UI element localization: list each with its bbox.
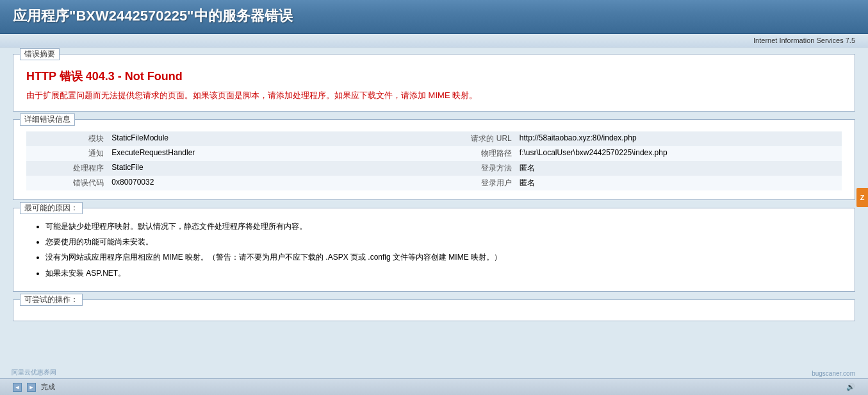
table-row: 模块StaticFileModule	[26, 131, 434, 146]
row-label: 登录方法	[434, 161, 516, 176]
watermark-right: bugscaner.com	[812, 370, 855, 377]
row-label: 请求的 URL	[434, 131, 516, 146]
table-row: 错误代码0x80070032	[26, 176, 434, 190]
title-bar: 应用程序"BXW2442570225"中的服务器错误	[0, 0, 868, 34]
row-value: ExecuteRequestHandler	[108, 146, 434, 161]
list-item: 您要使用的功能可能尚未安装。	[45, 235, 842, 248]
list-item: 如果未安装 ASP.NET。	[45, 267, 842, 280]
try-section-content	[13, 300, 855, 321]
row-value: f:\usr\LocalUser\bxw2442570225\index.php	[516, 146, 842, 161]
detail-table-right: 请求的 URLhttp://58aitaobao.xyz:80/index.ph…	[434, 131, 842, 190]
row-value: 匿名	[516, 176, 842, 190]
detail-section-panel: 详细错误信息 模块StaticFileModule通知ExecuteReques…	[13, 119, 855, 200]
row-label: 通知	[26, 146, 108, 161]
table-row: 物理路径f:\usr\LocalUser\bxw2442570225\index…	[434, 146, 842, 161]
main-content: 错误摘要 HTTP 错误 404.3 - Not Found 由于扩展配置问题而…	[0, 47, 868, 387]
row-label: 登录用户	[434, 176, 516, 190]
table-row: 登录用户匿名	[434, 176, 842, 190]
list-item: 可能是缺少处理程序映射。默认情况下，静态文件处理程序将处理所有内容。	[45, 220, 842, 233]
table-row: 处理程序StaticFile	[26, 161, 434, 176]
row-value: 0x80070032	[108, 176, 434, 190]
nav-back-button[interactable]: ◄	[13, 383, 22, 392]
sound-icon[interactable]: 🔊	[846, 383, 855, 391]
reasons-section-title: 最可能的原因：	[20, 202, 83, 214]
reasons-section-panel: 最可能的原因： 可能是缺少处理程序映射。默认情况下，静态文件处理程序将处理所有内…	[13, 208, 855, 292]
row-label: 处理程序	[26, 161, 108, 176]
try-section-title: 可尝试的操作：	[20, 294, 83, 306]
detail-section-title: 详细错误信息	[20, 113, 75, 126]
reasons-list: 可能是缺少处理程序映射。默认情况下，静态文件处理程序将处理所有内容。您要使用的功…	[26, 220, 842, 280]
status-left: ◄ ► 完成	[13, 382, 55, 392]
nav-forward-button[interactable]: ►	[27, 383, 36, 392]
detail-table-left: 模块StaticFileModule通知ExecuteRequestHandle…	[26, 131, 434, 190]
page-title: 应用程序"BXW2442570225"中的服务器错误	[13, 6, 855, 26]
iis-label: Internet Information Services 7.5	[753, 37, 855, 44]
detail-section-content: 模块StaticFileModule通知ExecuteRequestHandle…	[13, 120, 855, 199]
row-label: 物理路径	[434, 146, 516, 161]
error-summary-content: HTTP 错误 404.3 - Not Found 由于扩展配置问题而无法提供您…	[13, 55, 855, 111]
table-row: 通知ExecuteRequestHandler	[26, 146, 434, 161]
row-value: http://58aitaobao.xyz:80/index.php	[516, 131, 842, 146]
error-description: 由于扩展配置问题而无法提供您请求的页面。如果该页面是脚本，请添加处理程序。如果应…	[26, 89, 842, 102]
row-value: 匿名	[516, 161, 842, 176]
error-summary-panel: 错误摘要 HTTP 错误 404.3 - Not Found 由于扩展配置问题而…	[13, 54, 855, 112]
table-row: 请求的 URLhttp://58aitaobao.xyz:80/index.ph…	[434, 131, 842, 146]
try-section-panel: 可尝试的操作：	[13, 299, 855, 321]
row-label: 模块	[26, 131, 108, 146]
status-right: 🔊	[846, 383, 855, 391]
error-title: HTTP 错误 404.3 - Not Found	[26, 69, 842, 84]
iis-bar: Internet Information Services 7.5	[0, 34, 868, 47]
row-label: 错误代码	[26, 176, 108, 190]
watermark-left: 阿里云优惠券网	[12, 368, 56, 377]
status-bar: ◄ ► 完成 🔊	[0, 378, 868, 395]
row-value: StaticFile	[108, 161, 434, 176]
status-text: 完成	[41, 382, 55, 392]
row-value: StaticFileModule	[108, 131, 434, 146]
list-item: 没有为网站或应用程序启用相应的 MIME 映射。（警告：请不要为用户不应下载的 …	[45, 251, 842, 264]
reasons-section-content: 可能是缺少处理程序映射。默认情况下，静态文件处理程序将处理所有内容。您要使用的功…	[13, 208, 855, 292]
orange-scroll-label: Z	[860, 194, 865, 201]
table-row: 登录方法匿名	[434, 161, 842, 176]
orange-scroll-button[interactable]: Z	[856, 188, 868, 207]
error-summary-title: 错误摘要	[20, 48, 60, 60]
detail-split: 模块StaticFileModule通知ExecuteRequestHandle…	[26, 131, 842, 190]
